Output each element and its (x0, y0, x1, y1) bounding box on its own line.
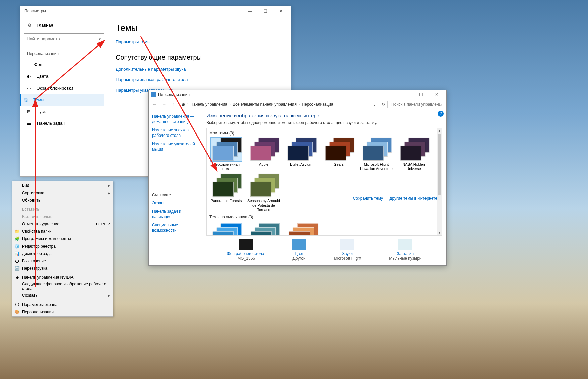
nav-item-2[interactable]: ▭Экран блокировки (24, 82, 104, 94)
address-dropdown-icon[interactable]: ⌄ (373, 102, 376, 107)
minimize-button[interactable]: — (242, 6, 258, 16)
cp-minimize-button[interactable]: — (398, 90, 413, 100)
bottom-icon (239, 239, 253, 250)
menu-item-20[interactable]: 🖵Параметры экрана (13, 301, 112, 308)
bottom-item-0[interactable]: Фон рабочего столаIMG_1356 (227, 239, 264, 261)
see-also-link-1[interactable]: Панель задач и навигация (152, 209, 199, 219)
refresh-button[interactable]: ⟳ (380, 101, 388, 108)
my-themes-label: Мои темы (8) (209, 131, 439, 136)
menu-item-12[interactable]: 🔄Перезагрузка (13, 265, 112, 272)
bottom-item-2[interactable]: ЗвукиMicrosoft Flight (334, 239, 361, 261)
breadcrumb-1[interactable]: Все элементы панели управления (233, 102, 297, 107)
power-icon: ⏻ (14, 258, 20, 264)
related-link-0[interactable]: Дополнительные параметры звука (116, 67, 283, 72)
bottom-icon (340, 239, 354, 250)
nav-item-0[interactable]: ▫Фон (24, 59, 104, 70)
theme-2[interactable]: Bullet Asylum (284, 138, 318, 171)
home-link[interactable]: ⚙ Главная (24, 20, 104, 31)
menu-item-6[interactable]: Отменить удалениеCTRL+Z (13, 220, 112, 228)
menu-item-16[interactable]: Следующее фоновое изображение рабочего с… (13, 283, 112, 290)
theme-label: Microsoft Flight Hawaiian Adventure (360, 162, 393, 171)
more-themes-link[interactable]: Другие темы в Интернете (389, 196, 437, 201)
nav-icon: ⊞ (27, 109, 31, 114)
bottom-item-1[interactable]: ЦветДругой (292, 239, 306, 261)
menu-item-11[interactable]: ⏻Выключение (13, 257, 112, 265)
section-header: Персонализация (24, 50, 104, 59)
menu-item-7[interactable]: 📁Свойства папки (13, 228, 112, 235)
side-link-1[interactable]: Изменение значков рабочего стола (152, 128, 199, 138)
scroll-thumb[interactable] (438, 134, 441, 195)
bottom-title: Заставка (389, 251, 421, 256)
settings-sidebar: ⚙ Главная ⌕ Персонализация ▫Фон◐Цвета▭Эк… (20, 16, 108, 176)
related-link-1[interactable]: Параметры значков рабочего стола (116, 77, 283, 82)
side-link-2[interactable]: Изменение указателей мыши (152, 142, 199, 152)
theme-6[interactable]: Panoramic Forests (209, 174, 243, 212)
nav-item-1[interactable]: ◐Цвета (24, 70, 104, 82)
search-box[interactable]: ⌕ (24, 33, 104, 44)
bottom-icon (292, 239, 306, 250)
close-button[interactable]: ✕ (273, 6, 288, 16)
menu-separator (22, 273, 112, 273)
cp-search-box[interactable]: ⌕ (389, 101, 444, 108)
menu-label: Программы и компоненты (22, 236, 71, 241)
theme-actions: Сохранить тему Другие темы в Интернете (348, 196, 437, 201)
settings-title: Параметры (24, 9, 242, 13)
bottom-item-3[interactable]: ЗаставкаМыльные пузыри (389, 239, 421, 261)
nav-icon: ▭ (27, 86, 31, 91)
page-title: Темы (116, 23, 283, 33)
search-input[interactable] (27, 36, 99, 41)
menu-item-0[interactable]: Вид▶ (13, 182, 112, 189)
cp-close-button[interactable]: ✕ (429, 90, 444, 100)
default-theme-1[interactable] (248, 223, 281, 236)
menu-item-9[interactable]: 🧊Редактор реестра (13, 242, 112, 250)
maximize-button[interactable]: ☐ (258, 6, 273, 16)
theme-0[interactable]: Несохраненная тема (209, 138, 243, 171)
menu-item-8[interactable]: 🧩Программы и компоненты (13, 235, 112, 242)
theme-label: Несохраненная тема (209, 162, 243, 171)
forward-button[interactable]: → (160, 100, 168, 108)
home-label: Главная (37, 23, 53, 28)
menu-item-2[interactable]: Обновить (13, 197, 112, 204)
see-also-link-0[interactable]: Экран (152, 201, 199, 206)
nav-item-5[interactable]: ▬Панель задач (24, 117, 104, 129)
menu-item-1[interactable]: Сортировка▶ (13, 189, 112, 197)
bottom-sub: IMG_1356 (227, 256, 264, 261)
theme-1[interactable]: Apple (247, 138, 280, 171)
scroll-down-button[interactable]: ▼ (437, 230, 442, 235)
save-theme-link[interactable]: Сохранить тему (353, 196, 383, 201)
desktop-context-menu: Вид▶Сортировка▶ОбновитьВставитьВставить … (12, 181, 113, 317)
see-also-link-2[interactable]: Специальные возможности (152, 223, 199, 233)
theme-5[interactable]: NASA Hidden Universe (397, 138, 431, 171)
submenu-arrow-icon: ▶ (108, 191, 110, 195)
theme-3[interactable]: Gears (322, 138, 355, 171)
cp-maximize-button[interactable]: ☐ (413, 90, 429, 100)
menu-label: Вставить ярлык (22, 214, 52, 219)
nav-item-4[interactable]: ⊞Пуск (24, 106, 104, 117)
cp-search-input[interactable] (391, 102, 440, 107)
scroll-up-button[interactable]: ▲ (437, 128, 442, 133)
menu-item-18[interactable]: Создать▶ (13, 292, 112, 299)
bottom-sub: Microsoft Flight (334, 256, 361, 261)
menu-shortcut: CTRL+Z (96, 222, 110, 226)
nav-item-3[interactable]: ▨Темы (20, 94, 104, 106)
breadcrumb-0[interactable]: Панель управления (190, 102, 227, 107)
address-bar[interactable]: 🖳›Панель управления›Все элементы панели … (179, 101, 378, 108)
theme-label: Seasons by Arnould de Potesta de Tornaco (247, 199, 280, 212)
help-icon[interactable]: ? (438, 111, 444, 117)
side-link-0[interactable]: Панель управления — домашняя страница (152, 114, 199, 124)
theme-params-link[interactable]: Параметры темы (116, 39, 283, 44)
theme-4[interactable]: Microsoft Flight Hawaiian Adventure (360, 138, 393, 171)
default-theme-0[interactable] (209, 223, 243, 236)
menu-label: Свойства папки (22, 229, 52, 234)
scrollbar[interactable]: ▲ ▼ (437, 128, 442, 235)
breadcrumb-2[interactable]: Персонализация (302, 102, 333, 107)
theme-7[interactable]: Seasons by Arnould de Potesta de Tornaco (247, 174, 280, 212)
menu-item-14[interactable]: ◆Панель управления NVIDIA (13, 274, 112, 281)
menu-item-10[interactable]: 📊Диспетчер задач (13, 250, 112, 257)
computer-icon: 🖳 (181, 102, 185, 107)
up-button[interactable]: ↑ (170, 100, 178, 108)
default-theme-2[interactable] (286, 223, 319, 236)
back-button[interactable]: ← (151, 100, 159, 108)
theme-label: Apple (247, 162, 280, 167)
menu-item-21[interactable]: 🎨Персонализация (13, 308, 112, 316)
